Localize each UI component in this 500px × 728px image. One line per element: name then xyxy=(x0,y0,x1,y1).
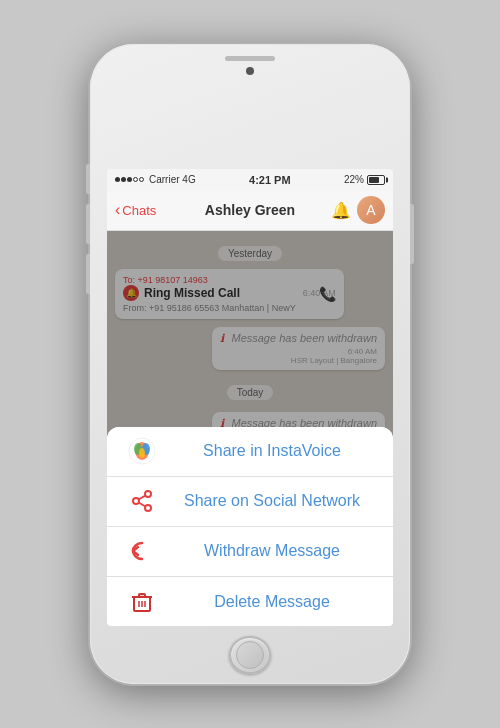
power-button[interactable] xyxy=(410,204,414,264)
signal-dot-4 xyxy=(133,177,138,182)
signal-dot-1 xyxy=(115,177,120,182)
status-bar: Carrier 4G 4:21 PM 22% xyxy=(107,169,393,191)
signal-dots xyxy=(115,177,144,182)
speaker-grille xyxy=(225,56,275,61)
signal-dot-3 xyxy=(127,177,132,182)
home-button-inner xyxy=(236,641,264,669)
carrier-label: Carrier 4G xyxy=(149,174,196,185)
svg-line-8 xyxy=(139,503,146,507)
signal-dot-2 xyxy=(121,177,126,182)
action-label-instavoice: Share in InstaVoice xyxy=(171,442,373,460)
instavoice-icon xyxy=(127,436,157,466)
notification-icon[interactable]: 🔔 xyxy=(331,201,351,220)
action-item-withdraw[interactable]: Withdraw Message xyxy=(107,527,393,577)
chat-container: Yesterday To: +91 98107 14963 🔔 Ring Mis… xyxy=(107,231,393,626)
share-social-icon xyxy=(127,486,157,516)
avatar[interactable]: A xyxy=(357,196,385,224)
avatar-initial: A xyxy=(366,202,375,218)
action-item-share-social[interactable]: Share on Social Network xyxy=(107,477,393,527)
svg-point-5 xyxy=(145,491,151,497)
nav-title: Ashley Green xyxy=(205,202,295,218)
phone-screen: Carrier 4G 4:21 PM 22% ‹ Chats Ashley Gr… xyxy=(107,169,393,626)
svg-point-4 xyxy=(139,448,145,458)
action-item-instavoice[interactable]: Share in InstaVoice xyxy=(107,427,393,477)
navigation-bar: ‹ Chats Ashley Green 🔔 A xyxy=(107,191,393,231)
svg-rect-16 xyxy=(139,594,145,597)
nav-icons: 🔔 A xyxy=(331,196,385,224)
action-sheet: Share in InstaVoice xyxy=(107,427,393,626)
battery-icon xyxy=(367,175,385,185)
svg-point-6 xyxy=(133,498,139,504)
signal-dot-5 xyxy=(139,177,144,182)
back-arrow-icon: ‹ xyxy=(115,201,120,219)
back-button[interactable]: ‹ Chats xyxy=(115,201,156,219)
phone-top xyxy=(90,44,410,103)
status-time: 4:21 PM xyxy=(249,174,291,186)
battery-percent: 22% xyxy=(344,174,364,185)
front-camera xyxy=(246,67,254,75)
action-label-share-social: Share on Social Network xyxy=(171,492,373,510)
delete-icon xyxy=(127,587,157,617)
home-button[interactable] xyxy=(229,636,271,674)
phone-frame: Carrier 4G 4:21 PM 22% ‹ Chats Ashley Gr… xyxy=(90,44,410,684)
volume-up-button[interactable] xyxy=(86,204,90,244)
svg-line-9 xyxy=(139,496,146,500)
status-left: Carrier 4G xyxy=(115,174,196,185)
volume-down-button[interactable] xyxy=(86,254,90,294)
action-sheet-overlay: Share in InstaVoice xyxy=(107,231,393,626)
action-label-delete: Delete Message xyxy=(171,593,373,611)
svg-point-7 xyxy=(145,505,151,511)
battery-fill xyxy=(369,177,379,183)
withdraw-icon xyxy=(127,536,157,566)
back-label: Chats xyxy=(122,203,156,218)
status-right: 22% xyxy=(344,174,385,185)
action-label-withdraw: Withdraw Message xyxy=(171,542,373,560)
action-item-delete[interactable]: Delete Message xyxy=(107,577,393,626)
